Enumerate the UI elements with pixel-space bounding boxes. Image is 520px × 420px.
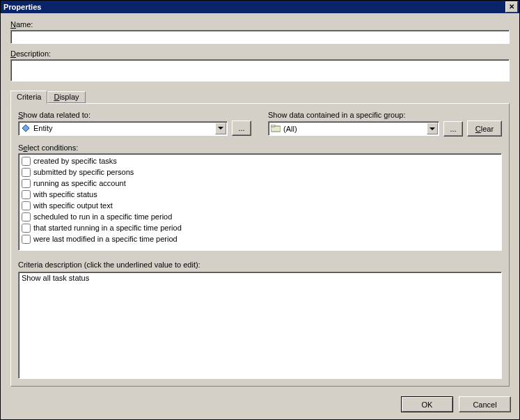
description-label: Description: [10,49,510,58]
condition-checkbox[interactable] [22,235,31,244]
condition-item[interactable]: running as specific account [22,178,498,189]
condition-checkbox[interactable] [22,157,31,166]
criteria-description-label: Criteria description (click the underlin… [18,260,502,269]
condition-label: with specific status [33,190,97,199]
related-to-label: Show data related to: [18,111,251,119]
close-button[interactable]: ✕ [505,1,518,13]
svg-rect-2 [271,125,275,127]
condition-label: running as specific account [33,179,126,187]
name-label: Name: [10,20,510,29]
related-to-dropdown[interactable]: Entity [18,121,228,136]
select-conditions-block: Select conditions: created by specific t… [18,143,502,251]
tab-strip: Criteria Display [10,90,510,103]
condition-label: submitted by specific persons [33,168,134,176]
condition-checkbox[interactable] [22,201,31,210]
select-conditions-label: Select conditions: [18,143,502,152]
condition-label: were last modified in a specific time pe… [33,235,178,243]
group-browse-button[interactable]: ... [443,121,463,137]
tab-display[interactable]: Display [47,91,85,103]
condition-checkbox[interactable] [22,212,31,221]
titlebar-text: Properties [2,3,505,11]
condition-checkbox[interactable] [22,190,31,199]
condition-item[interactable]: that started running in a specific time … [22,222,498,233]
group-label: Show data contained in a specific group: [268,111,502,119]
chevron-down-icon [215,123,226,134]
svg-marker-0 [22,125,29,132]
tab-panel-criteria: Show data related to: Entity ... [10,103,510,387]
clear-button[interactable]: Clear [467,120,502,137]
group-col: Show data contained in a specific group:… [268,111,502,137]
description-field-block: Description: [10,49,510,83]
condition-item[interactable]: created by specific tasks [22,155,498,166]
description-input[interactable] [10,59,510,81]
condition-label: created by specific tasks [33,157,117,165]
name-input[interactable] [10,30,510,44]
criteria-top-row: Show data related to: Entity ... [18,111,502,137]
condition-item[interactable]: submitted by specific persons [22,166,498,178]
condition-item[interactable]: were last modified in a specific time pe… [22,233,498,244]
group-value: (All) [283,125,427,133]
condition-label: with specific output text [33,201,113,210]
ok-button[interactable]: OK [401,396,453,412]
condition-checkbox[interactable] [22,224,31,233]
close-icon: ✕ [509,3,514,10]
related-to-browse-button[interactable]: ... [232,120,251,136]
condition-item[interactable]: with specific output text [22,200,498,211]
criteria-description-block: Criteria description (click the underlin… [18,260,502,379]
group-icon [271,124,281,134]
condition-item[interactable]: with specific status [22,189,498,200]
titlebar: Properties ✕ [1,1,519,13]
condition-item[interactable]: scheduled to run in a specific time peri… [22,211,498,222]
dialog-footer: OK Cancel [1,391,519,419]
related-to-col: Show data related to: Entity ... [18,111,251,137]
criteria-description-box[interactable]: Show all task status [18,272,502,379]
chevron-down-icon [427,123,438,134]
entity-icon [21,123,31,133]
criteria-description-text: Show all task status [22,274,89,282]
group-dropdown[interactable]: (All) [268,121,439,136]
properties-dialog: Properties ✕ Name: Description: Criteria… [0,0,520,420]
cancel-button[interactable]: Cancel [459,396,511,412]
related-to-value: Entity [33,124,215,132]
condition-checkbox[interactable] [22,179,31,188]
condition-label: that started running in a specific time … [33,224,182,232]
dialog-body: Name: Description: Criteria Display Show… [1,13,519,391]
condition-checkbox[interactable] [22,168,31,177]
condition-label: scheduled to run in a specific time peri… [33,212,172,221]
name-field-block: Name: [10,20,510,44]
conditions-listbox[interactable]: created by specific taskssubmitted by sp… [18,153,502,251]
tabs: Criteria Display Show data related to: E… [10,90,510,387]
tab-criteria[interactable]: Criteria [10,91,47,104]
